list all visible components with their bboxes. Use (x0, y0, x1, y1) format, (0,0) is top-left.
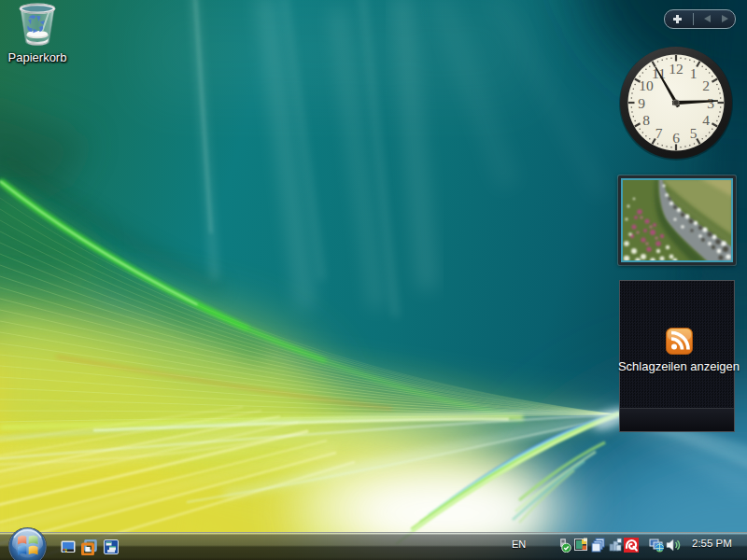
svg-text:7: 7 (655, 125, 663, 141)
svg-text:12: 12 (669, 61, 684, 77)
svg-text:8: 8 (642, 112, 650, 128)
svg-text:2: 2 (702, 77, 710, 93)
svg-text:3: 3 (707, 95, 714, 111)
svg-text:4: 4 (702, 112, 710, 128)
svg-text:1: 1 (690, 65, 698, 81)
svg-text:5: 5 (690, 125, 698, 141)
svg-text:6: 6 (672, 130, 680, 146)
svg-text:9: 9 (638, 95, 645, 111)
